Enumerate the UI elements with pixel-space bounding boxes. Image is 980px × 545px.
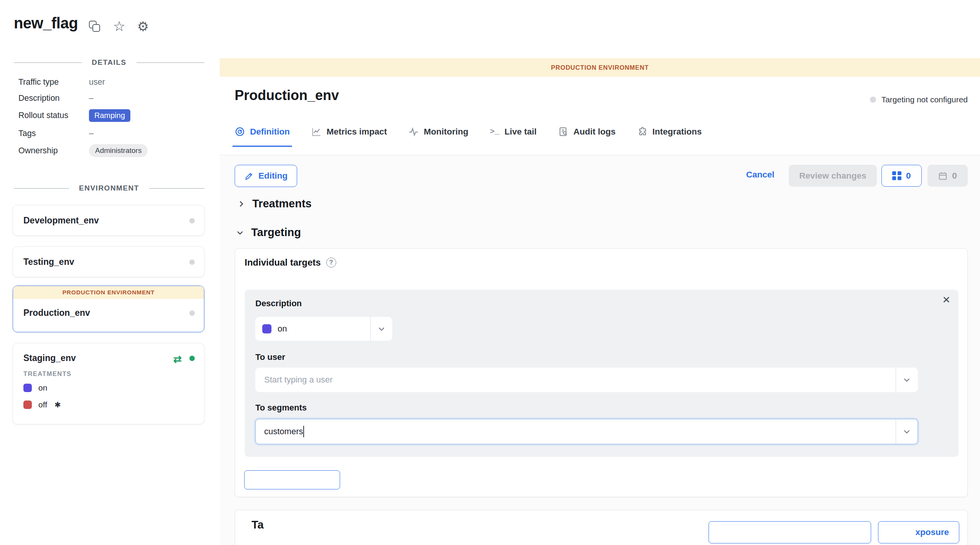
select-chevron-zone[interactable] xyxy=(370,317,392,341)
environment-section-label: ENVIRONMENT xyxy=(79,184,139,192)
treatment-row-on: on xyxy=(23,383,47,392)
segments-input-chevron-zone[interactable] xyxy=(896,419,918,444)
detail-label: Ownership xyxy=(18,146,89,156)
text-caret xyxy=(303,426,304,437)
to-segments-label: To segments xyxy=(255,403,307,413)
detail-label: Traffic type xyxy=(18,77,89,87)
individual-targets-title: Individual targets xyxy=(245,257,321,268)
tab-definition[interactable]: Definition xyxy=(235,126,290,147)
production-env-band: PRODUCTION ENVIRONMENT xyxy=(13,286,204,299)
rollout-status-badge: Ramping xyxy=(89,109,130,122)
chevron-down-icon xyxy=(377,325,386,333)
puzzle-icon xyxy=(637,126,648,137)
ownership-pill[interactable]: Administrators xyxy=(89,144,148,157)
tab-label: Metrics impact xyxy=(327,127,387,137)
pencil-icon xyxy=(244,171,254,181)
definition-tab-body: Editing Cancel Review changes 0 0 Treatm… xyxy=(220,155,980,545)
env-status-dot xyxy=(189,310,195,316)
changes-count-button[interactable]: 0 xyxy=(881,165,922,187)
treatment-select[interactable]: on xyxy=(255,317,392,341)
detail-row-rollout-status: Rollout status Ramping xyxy=(18,109,204,122)
treatment-name: on xyxy=(38,383,47,392)
env-card-name: Development_env xyxy=(23,215,99,226)
env-status-dot-green xyxy=(189,356,195,361)
treatment-color-swatch xyxy=(262,324,271,333)
targeting-status: Targeting not configured xyxy=(870,95,968,104)
user-input[interactable] xyxy=(256,375,896,385)
targeting-panel: Individual targets ? × Description on To… xyxy=(235,248,968,497)
terminal-prompt-icon: >_ xyxy=(490,127,500,136)
tab-label: Live tail xyxy=(505,127,537,137)
env-status-dot xyxy=(189,218,195,223)
main-content: PRODUCTION ENVIRONMENT Production_env Ta… xyxy=(220,0,980,545)
schedule-count: 0 xyxy=(952,171,957,181)
env-status-dot xyxy=(189,259,195,265)
detail-label: Rollout status xyxy=(18,111,89,120)
individual-target-card: × Description on To user xyxy=(245,290,959,457)
treatment-select-value: on xyxy=(278,324,287,334)
cancel-link[interactable]: Cancel xyxy=(746,170,774,180)
chevron-down-icon xyxy=(903,376,911,384)
close-icon[interactable]: × xyxy=(942,292,950,307)
review-changes-button[interactable]: Review changes xyxy=(789,165,877,187)
user-input-wrap xyxy=(255,368,918,392)
audit-document-icon xyxy=(558,126,569,137)
environment-title: Production_env xyxy=(235,87,339,103)
individual-targets-header: Individual targets ? xyxy=(245,257,336,268)
targeting-section-toggle[interactable]: Targeting xyxy=(236,226,301,239)
tab-audit-logs[interactable]: Audit logs xyxy=(558,126,616,147)
feature-flag-page: new_flag ☆ ⚙ DETAILS Traffic type user D… xyxy=(0,0,980,545)
description-field-label: Description xyxy=(255,299,302,309)
targeting-status-dot xyxy=(870,97,876,103)
tab-metrics-impact[interactable]: Metrics impact xyxy=(311,126,387,147)
targeting-status-text: Targeting not configured xyxy=(881,95,968,104)
tab-label: Audit logs xyxy=(574,127,616,137)
details-section-divider: DETAILS xyxy=(14,58,204,67)
env-card-testing[interactable]: Testing_env xyxy=(13,246,204,277)
detail-row-traffic-type: Traffic type user xyxy=(18,77,204,87)
detail-row-description: Description – xyxy=(18,94,204,103)
segments-input[interactable]: customers xyxy=(255,419,918,444)
hidden-action-button-partial[interactable] xyxy=(709,521,871,543)
metrics-chart-icon xyxy=(311,126,322,137)
segments-input-value: customers xyxy=(264,427,303,437)
env-card-staging[interactable]: Staging_env ⇄ TREATMENTS on off ✱ xyxy=(13,343,204,424)
env-card-development[interactable]: Development_env xyxy=(13,205,204,236)
chevron-right-icon xyxy=(237,200,245,208)
env-card-production[interactable]: PRODUCTION ENVIRONMENT Production_env xyxy=(13,286,204,332)
schedule-count-button[interactable]: 0 xyxy=(927,165,968,187)
sidebar: DETAILS Traffic type user Description – … xyxy=(0,0,220,545)
detail-row-ownership: Ownership Administrators xyxy=(18,144,204,157)
tab-monitoring[interactable]: Monitoring xyxy=(408,126,468,147)
tab-bar: Definition Metrics impact Monitoring >_ … xyxy=(235,126,702,147)
editing-button[interactable]: Editing xyxy=(235,165,297,187)
production-environment-banner: PRODUCTION ENVIRONMENT xyxy=(220,58,980,77)
treatment-color-swatch xyxy=(23,401,32,409)
env-card-name: Staging_env xyxy=(23,353,76,363)
user-input-chevron-zone[interactable] xyxy=(896,368,918,392)
default-treatment-asterisk-icon: ✱ xyxy=(54,400,61,409)
exposure-button-partial[interactable]: xposure xyxy=(878,521,959,543)
treatment-row-off: off ✱ xyxy=(23,400,61,409)
env-card-name: Production_env xyxy=(23,308,90,318)
tab-label: Definition xyxy=(250,127,290,137)
environment-section-divider: ENVIRONMENT xyxy=(14,184,204,192)
tab-label: Monitoring xyxy=(424,127,468,137)
add-target-button-partial[interactable] xyxy=(244,470,340,489)
exposure-button-label-fragment: xposure xyxy=(915,527,949,537)
tab-integrations[interactable]: Integrations xyxy=(637,126,702,147)
details-section-label: DETAILS xyxy=(92,58,126,67)
pulse-icon xyxy=(408,126,419,137)
tab-live-tail[interactable]: >_ Live tail xyxy=(490,126,537,147)
calendar-icon xyxy=(938,171,947,181)
tab-label: Integrations xyxy=(653,127,702,137)
changes-count: 0 xyxy=(906,171,911,181)
targeting-section-title: Targeting xyxy=(251,226,301,239)
detail-value: – xyxy=(89,129,94,138)
rules-panel-title-partial: Ta xyxy=(252,519,264,531)
to-user-label: To user xyxy=(255,352,285,362)
treatments-section-toggle[interactable]: Treatments xyxy=(237,197,312,210)
detail-row-tags: Tags – xyxy=(18,129,204,138)
help-icon[interactable]: ? xyxy=(326,258,336,268)
env-card-name: Testing_env xyxy=(23,257,74,267)
